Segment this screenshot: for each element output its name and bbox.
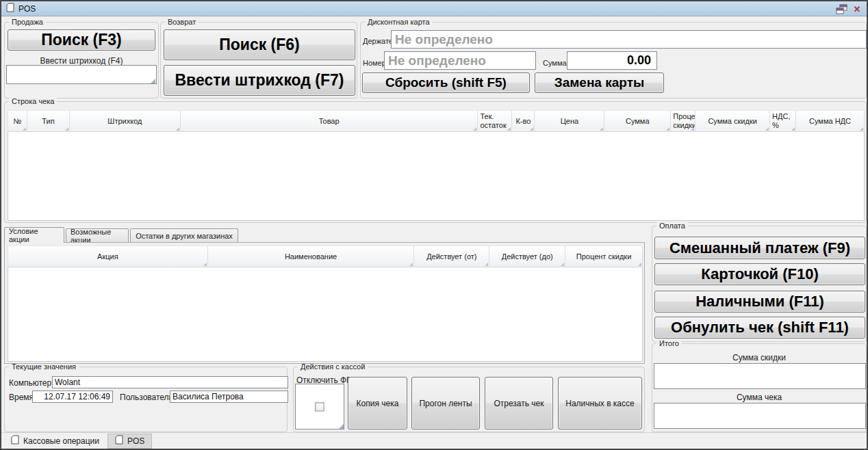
card-payment-f10-button[interactable]: Карточкой (F10) — [654, 263, 865, 285]
group-payment: Оплата Смешанный платеж (F9) Карточкой (… — [652, 226, 867, 342]
resize-grip-icon[interactable] — [339, 424, 344, 429]
tab-possible-promos[interactable]: Возможные акции — [66, 228, 129, 242]
group-sale-label: Продажа — [9, 17, 46, 27]
card-replace-button[interactable]: Замена карты — [535, 72, 664, 93]
sale-search-f3-button[interactable]: Поиск (F3) — [8, 29, 155, 51]
col-vat-percent[interactable]: НДС, % — [770, 110, 796, 132]
disable-fr-checkbox[interactable] — [316, 402, 324, 411]
col-sum[interactable]: Сумма — [604, 110, 671, 132]
col-type[interactable]: Тип — [27, 110, 70, 132]
col-promo-discount[interactable]: Процент скидки — [565, 246, 643, 267]
tab-other-store-stock[interactable]: Остатки в других магазинах — [130, 228, 238, 242]
col-promo[interactable]: Акция — [8, 246, 208, 267]
mixed-payment-f9-button[interactable]: Смешанный платеж (F9) — [654, 237, 865, 259]
col-number[interactable]: № — [8, 110, 27, 132]
tab-cash-operations[interactable]: Кассовые операции — [4, 434, 106, 449]
group-refund-label: Возврат — [165, 17, 199, 27]
group-totals-label: Итого — [656, 339, 682, 349]
tab-promo-conditions[interactable]: Условие акции — [4, 227, 64, 243]
group-cash-actions: Действия с кассой Отключить ФР Копия чек… — [293, 367, 645, 432]
card-reset-button[interactable]: Сбросить (shift F5) — [362, 72, 530, 93]
group-refund: Возврат Поиск (F6) Ввести штрихкод (F7) — [160, 22, 357, 98]
col-product[interactable]: Товар — [181, 110, 478, 132]
user-label: Пользователь — [120, 393, 173, 402]
promo-table-body — [8, 267, 643, 362]
disable-fr-panel — [295, 384, 344, 429]
discount-sum-label: Сумма скидки — [652, 353, 866, 362]
card-number-label: Номер — [363, 59, 386, 67]
window-icon — [6, 3, 14, 15]
group-receipt-lines: Строка чека № Тип Штрихкод Товар Тек. ос… — [4, 101, 867, 223]
holder-field[interactable]: Не определено — [391, 30, 867, 49]
cut-receipt-button[interactable]: Отрезать чек — [485, 377, 553, 429]
receipt-sum-label: Сумма чека — [652, 393, 866, 402]
refund-barcode-f7-button[interactable]: Ввести штрихкод (F7) — [164, 65, 355, 96]
receipt-sum-field — [654, 403, 866, 429]
card-number-field[interactable]: Не определено — [384, 51, 536, 70]
col-price[interactable]: Цена — [535, 110, 604, 132]
card-number-value: Не определено — [385, 53, 486, 68]
cash-payment-f11-button[interactable]: Наличными (F11) — [654, 291, 865, 313]
col-valid-from[interactable]: Действует (от) — [414, 246, 489, 267]
form-icon — [115, 435, 123, 447]
mdi-taskbar: Кассовые операции POS — [1, 432, 867, 449]
resize-grip-icon[interactable] — [151, 79, 155, 83]
group-discount-card-label: Дисконтная карта — [365, 17, 433, 27]
title-bar: POS ✕ — [1, 1, 867, 16]
copy-receipt-button[interactable]: Копия чека — [348, 377, 407, 429]
group-discount-card: Дисконтная карта Держатель Не определено… — [360, 22, 867, 98]
pos-window: POS ✕ Продажа Поиск (F3) Ввести штрихкод… — [0, 0, 868, 450]
promo-table-header: Акция Наименование Действует (от) Действ… — [8, 246, 643, 267]
tape-run-button[interactable]: Прогон ленты — [411, 377, 480, 429]
group-sale: Продажа Поиск (F3) Ввести штрихкод (F4) — [4, 22, 159, 98]
col-name[interactable]: Наименование — [208, 246, 415, 267]
card-amount-label: Сумма — [543, 59, 567, 67]
receipt-table-body — [8, 132, 865, 221]
holder-value: Не определено — [392, 32, 493, 47]
group-receipt-lines-label: Строка чека — [9, 96, 57, 107]
sale-barcode-input[interactable] — [6, 65, 157, 84]
close-icon[interactable]: ✕ — [852, 3, 863, 14]
refund-search-f6-button[interactable]: Поиск (F6) — [164, 29, 355, 60]
group-current-values: Текущие значения Компьютер Wolant Время … — [4, 367, 288, 432]
tab-cash-operations-label: Кассовые операции — [23, 436, 99, 446]
restore-button[interactable] — [835, 3, 847, 14]
tab-pos-label: POS — [127, 436, 144, 446]
promo-tab-panel: Акция Наименование Действует (от) Действ… — [4, 242, 645, 364]
col-barcode[interactable]: Штрихкод — [70, 110, 181, 132]
discount-sum-field — [654, 363, 866, 389]
receipt-table-header: № Тип Штрихкод Товар Тек. остаток К-во Ц… — [8, 110, 865, 132]
void-receipt-button[interactable]: Обнулить чек (shift F11) — [654, 317, 865, 339]
col-discount-sum[interactable]: Сумма скидки — [695, 110, 770, 132]
col-discount-percent[interactable]: Процент скидки — [671, 110, 695, 132]
group-payment-label: Оплата — [656, 221, 688, 231]
col-vat-sum[interactable]: Сумма НДС — [796, 110, 865, 132]
col-current-stock[interactable]: Тек. остаток — [478, 110, 512, 132]
computer-field[interactable]: Wolant — [52, 376, 288, 388]
card-amount-field[interactable]: 0.00 — [567, 51, 657, 70]
tab-pos[interactable]: POS — [107, 434, 152, 449]
form-icon — [11, 435, 19, 447]
window-title: POS — [18, 4, 36, 14]
user-field[interactable]: Василиса Петрова — [170, 391, 288, 403]
cash-in-register-button[interactable]: Наличных в кассе — [558, 377, 642, 429]
time-label: Время — [9, 393, 34, 402]
time-field[interactable]: 12.07.17 12:06:49 — [32, 391, 113, 403]
computer-label: Компьютер — [9, 378, 51, 388]
group-totals: Итого Сумма скидки Сумма чека — [652, 343, 867, 432]
sale-barcode-label: Ввести штрихкод (F4) — [5, 56, 158, 66]
col-quantity[interactable]: К-во — [512, 110, 535, 132]
col-valid-to[interactable]: Действует (до) — [489, 246, 565, 267]
